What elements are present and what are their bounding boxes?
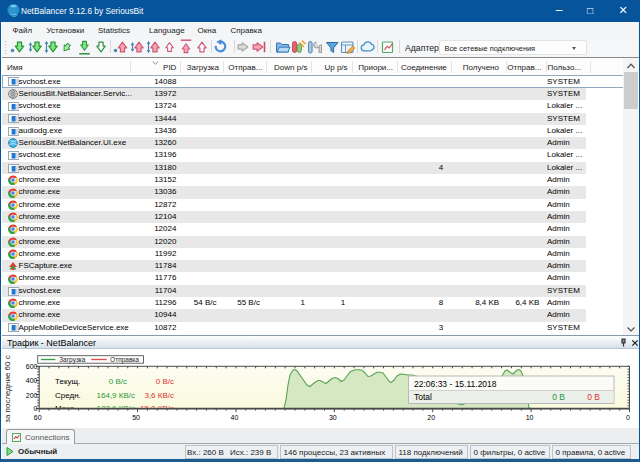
svg-text:10: 10 xyxy=(526,414,534,421)
svg-text:3,6 КВ/с: 3,6 КВ/с xyxy=(144,391,174,400)
svg-text:0 В: 0 В xyxy=(587,392,600,402)
svg-text:Текущ.: Текущ. xyxy=(55,377,80,386)
svg-text:50: 50 xyxy=(132,414,140,421)
svg-text:22:06:33 - 15.11.2018: 22:06:33 - 15.11.2018 xyxy=(414,379,497,389)
svg-text:0 В: 0 В xyxy=(552,392,565,402)
svg-text:0: 0 xyxy=(626,414,630,421)
svg-text:Средн.: Средн. xyxy=(55,391,81,400)
svg-text:164,9 КВ/с: 164,9 КВ/с xyxy=(97,391,135,400)
svg-text:0 В/с: 0 В/с xyxy=(156,377,174,386)
svg-text:60: 60 xyxy=(34,414,42,421)
svg-text:200: 200 xyxy=(26,392,38,399)
svg-text:20: 20 xyxy=(427,414,435,421)
svg-text:30: 30 xyxy=(329,414,337,421)
svg-text:Загрузка: Загрузка xyxy=(59,356,86,364)
svg-text:400: 400 xyxy=(26,377,38,384)
svg-text:0 В/с: 0 В/с xyxy=(109,377,127,386)
svg-text:Total: Total xyxy=(414,392,432,402)
svg-text:Отправка: Отправка xyxy=(110,356,139,364)
svg-text:0: 0 xyxy=(34,405,38,412)
svg-text:40: 40 xyxy=(231,414,239,421)
svg-text:600: 600 xyxy=(26,363,38,370)
